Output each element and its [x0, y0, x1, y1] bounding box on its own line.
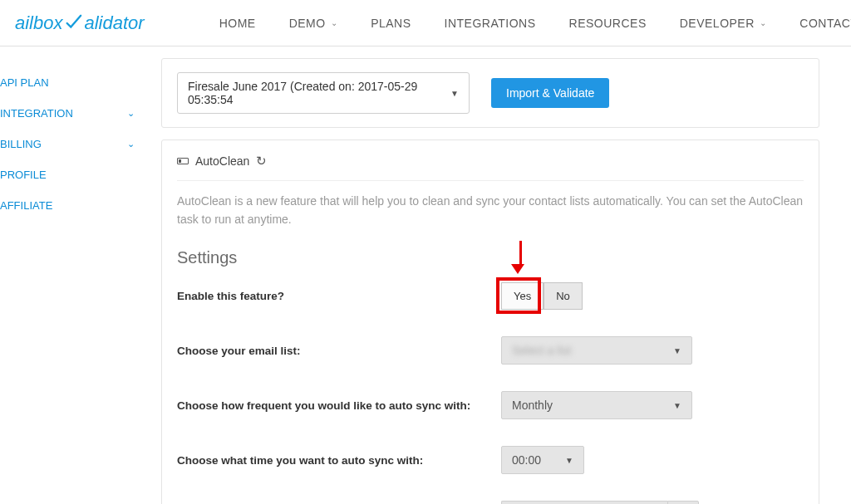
time-value: 00:00: [512, 453, 541, 467]
setting-time: Choose what time you want to auto sync w…: [177, 446, 804, 474]
email-list-select[interactable]: Select a list ▼: [501, 336, 692, 365]
chevron-down-icon: ⌄: [760, 18, 767, 27]
list-select-value: Firesale June 2017 (Created on: 2017-05-…: [188, 80, 450, 106]
list-select[interactable]: Firesale June 2017 (Created on: 2017-05-…: [177, 72, 470, 114]
nav-demo[interactable]: DEMO⌄: [289, 17, 338, 30]
enable-toggle: Yes No: [501, 282, 583, 310]
loop-icon: ↻: [256, 154, 267, 169]
list-label: Choose your email list:: [177, 345, 501, 357]
time-label: Choose what time you want to auto sync w…: [177, 454, 501, 467]
freq-label: Choose how frequent you would like to au…: [177, 399, 501, 412]
logo[interactable]: ailbox alidator: [15, 12, 145, 34]
chevron-down-icon: ⌄: [127, 108, 135, 119]
setting-enable: Enable this feature? Yes No: [177, 282, 804, 310]
autoclean-panel: AutoClean ↻ AutoClean is a new feature t…: [161, 139, 819, 504]
toggle-yes[interactable]: Yes: [501, 282, 544, 310]
nav-plans[interactable]: PLANS: [371, 17, 411, 30]
caret-down-icon: ▼: [673, 401, 681, 410]
sidebar: API PLAN INTEGRATION⌄ BILLING⌄ PROFILE A…: [0, 46, 150, 504]
nav-menu: HOME DEMO⌄ PLANS INTEGRATIONS RESOURCES …: [219, 17, 851, 30]
logo-suffix: alidator: [84, 12, 144, 34]
nav-resources[interactable]: RESOURCES: [569, 17, 647, 30]
chevron-down-icon: ⌄: [127, 139, 135, 149]
enable-label: Enable this feature?: [177, 290, 501, 302]
setting-list: Choose your email list: Select a list ▼: [177, 336, 804, 365]
nav-integrations[interactable]: INTEGRATIONS: [445, 17, 536, 30]
chevron-down-icon: ⌄: [331, 18, 338, 27]
frequency-select[interactable]: Monthly ▼: [501, 391, 692, 419]
list-value: Select a list: [512, 344, 572, 357]
import-panel: Firesale June 2017 (Created on: 2017-05-…: [161, 58, 819, 128]
logo-prefix: ailbox: [15, 12, 62, 34]
nav-contact[interactable]: CONTACT: [799, 17, 851, 30]
freq-value: Monthly: [512, 399, 553, 412]
date-input[interactable]: [501, 501, 667, 504]
caret-down-icon: ▼: [450, 89, 459, 98]
sidebar-api-plan[interactable]: API PLAN: [0, 67, 150, 98]
panel-header: AutoClean ↻: [177, 154, 804, 181]
toggle-icon: [177, 158, 189, 164]
setting-frequency: Choose how frequent you would like to au…: [177, 391, 804, 419]
sidebar-affiliate[interactable]: AFFILIATE: [0, 190, 150, 221]
import-validate-button[interactable]: Import & Validate: [491, 78, 609, 108]
content-area: Firesale June 2017 (Created on: 2017-05-…: [150, 46, 839, 504]
settings-heading: Settings: [177, 248, 804, 267]
time-select[interactable]: 00:00 ▼: [501, 446, 584, 474]
annotation-arrow: [516, 241, 524, 274]
caret-down-icon: ▼: [565, 456, 573, 465]
panel-title: AutoClean: [195, 154, 249, 168]
setting-date: Choose which date you would like to auto…: [177, 501, 804, 504]
caret-down-icon: ▼: [673, 346, 681, 355]
toggle-no[interactable]: No: [544, 282, 583, 310]
sidebar-integration[interactable]: INTEGRATION⌄: [0, 98, 150, 129]
sidebar-billing[interactable]: BILLING⌄: [0, 129, 150, 159]
nav-home[interactable]: HOME: [219, 17, 256, 30]
calendar-button[interactable]: [667, 501, 699, 504]
panel-description: AutoClean is a new feature that will hel…: [177, 193, 804, 228]
nav-developer[interactable]: DEVELOPER⌄: [680, 17, 767, 30]
top-nav: ailbox alidator HOME DEMO⌄ PLANS INTEGRA…: [0, 0, 851, 46]
checkmark-icon: [64, 14, 82, 32]
sidebar-profile[interactable]: PROFILE: [0, 159, 150, 190]
